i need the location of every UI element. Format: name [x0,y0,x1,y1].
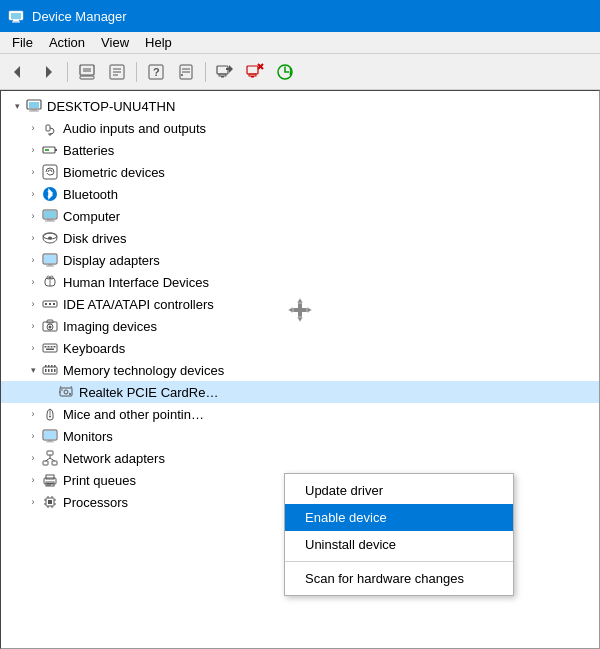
tree-keyboards[interactable]: › Keyboards [1,337,599,359]
audio-label: Audio inputs and outputs [63,121,206,136]
svg-rect-78 [54,365,56,367]
toolbar: ? [0,54,600,90]
expand-icon-processors: › [25,494,41,510]
menu-action[interactable]: Action [41,33,93,52]
update-driver-button[interactable] [211,58,239,86]
svg-rect-3 [12,22,20,23]
tree-disk[interactable]: › Disk drives [1,227,599,249]
tree-monitors[interactable]: › Monitors [1,425,599,447]
tree-mice[interactable]: › Mice and other pointin… [1,403,599,425]
back-button[interactable] [4,58,32,86]
mice-label: Mice and other pointin… [63,407,204,422]
tree-display[interactable]: › Display adapters [1,249,599,271]
help-button[interactable]: ? [142,58,170,86]
app-icon [8,8,24,24]
svg-point-63 [49,326,52,329]
tree-computer[interactable]: › Computer [1,205,599,227]
menu-view[interactable]: View [93,33,137,52]
expand-icon-hid: › [25,274,41,290]
tree-bluetooth[interactable]: › Bluetooth [1,183,599,205]
svg-rect-43 [47,219,53,221]
svg-rect-74 [54,369,56,372]
computer-icon [25,97,43,115]
svg-rect-75 [45,365,47,367]
svg-point-83 [69,393,71,395]
tree-view-button[interactable] [73,58,101,86]
expand-icon-batteries: › [25,142,41,158]
svg-rect-72 [48,369,50,372]
context-update-driver[interactable]: Update driver [285,477,513,504]
svg-rect-76 [48,365,50,367]
context-scan-changes[interactable]: Scan for hardware changes [285,565,513,592]
tree-ide[interactable]: › IDE ATA/ATAPI controllers [1,293,599,315]
realtek-label: Realtek PCIE CardRe… [79,385,218,400]
svg-rect-31 [31,109,37,111]
svg-rect-49 [44,255,56,263]
menu-help[interactable]: Help [137,33,180,52]
svg-rect-23 [247,66,258,74]
expand-icon-disk: › [25,230,41,246]
root-label: DESKTOP-UNU4THN [47,99,175,114]
expand-icon-bluetooth: › [25,186,41,202]
tree-realtek[interactable]: Realtek PCIE CardRe… [1,381,599,403]
tree-biometric[interactable]: › Biometric devices [1,161,599,183]
keyboard-icon [41,339,59,357]
monitors-icon [41,427,59,445]
svg-rect-88 [48,440,52,442]
battery-icon [41,141,59,159]
expand-icon-monitors: › [25,428,41,444]
biometric-label: Biometric devices [63,165,165,180]
svg-rect-57 [45,303,47,305]
svg-rect-92 [52,461,57,465]
svg-rect-99 [47,483,53,484]
svg-rect-22 [221,76,224,78]
svg-rect-89 [46,442,54,443]
svg-rect-91 [43,461,48,465]
realtek-icon [57,383,75,401]
expand-icon-computer: › [25,208,41,224]
svg-rect-50 [48,264,52,266]
expand-icon-imaging: › [25,318,41,334]
menu-file[interactable]: File [4,33,41,52]
scan-changes-button[interactable] [271,58,299,86]
main-content: ▾ DESKTOP-UNU4THN › [0,90,600,649]
svg-rect-71 [45,369,47,372]
svg-rect-9 [80,76,94,79]
context-uninstall-device[interactable]: Uninstall device [285,531,513,558]
tree-network[interactable]: › Network adapters [1,447,599,469]
device-list-button[interactable] [103,58,131,86]
hid-label: Human Interface Devices [63,275,209,290]
svg-marker-5 [46,66,52,78]
title-bar-text: Device Manager [32,9,127,24]
toolbar-sep-2 [136,62,137,82]
svg-rect-102 [48,500,52,504]
svg-rect-65 [45,346,47,348]
svg-rect-32 [29,111,39,112]
svg-text:?: ? [153,66,160,78]
svg-rect-37 [55,149,57,151]
svg-rect-42 [44,211,56,218]
tree-audio[interactable]: › Audio inputs and outputs [1,117,599,139]
bluetooth-label: Bluetooth [63,187,118,202]
keyboards-label: Keyboards [63,341,125,356]
svg-rect-6 [80,65,94,75]
svg-rect-87 [44,431,56,439]
monitors-label: Monitors [63,429,113,444]
forward-button[interactable] [34,58,62,86]
tree-memory[interactable]: ▾ Memory technology devices [1,359,599,381]
svg-point-85 [49,416,51,418]
expand-icon-realtek [41,384,57,400]
svg-point-47 [48,237,52,240]
tree-hid[interactable]: › Human Interface Devices [1,271,599,293]
display-label: Display adapters [63,253,160,268]
processors-icon [41,493,59,511]
tree-batteries[interactable]: › Batteries [1,139,599,161]
tree-imaging[interactable]: › Imaging devices [1,315,599,337]
uninstall-button[interactable] [241,58,269,86]
context-enable-device[interactable]: Enable device [285,504,513,531]
tree-root[interactable]: ▾ DESKTOP-UNU4THN [1,95,599,117]
print-icon [41,471,59,489]
audio-icon [41,119,59,137]
svg-rect-58 [49,303,51,305]
properties-button[interactable] [172,58,200,86]
